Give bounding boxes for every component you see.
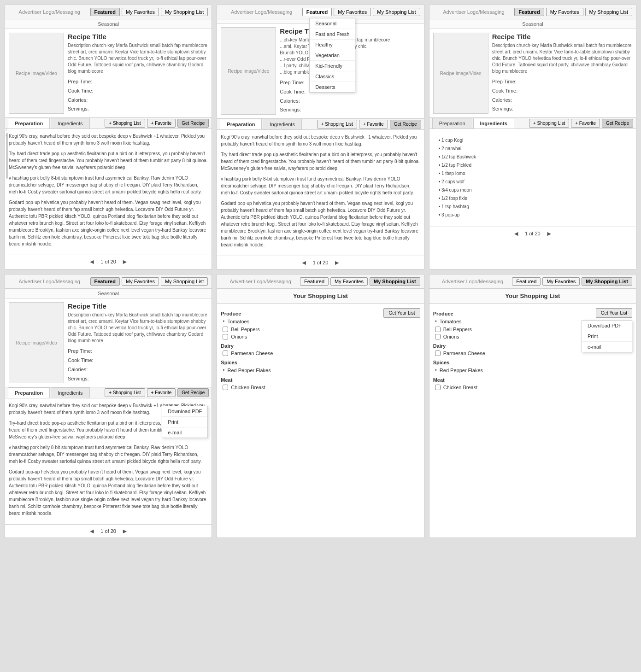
email-option-6[interactable]: e-mail: [582, 342, 632, 352]
page-info-3: 1 of 20: [525, 231, 541, 236]
item-parmesan-5[interactable]: Parmesan Cheese: [221, 351, 383, 356]
get-recipe-btn-1[interactable]: Get Recipe: [177, 119, 209, 128]
dropdown-vegetarian[interactable]: Vegetarian: [310, 50, 355, 61]
featured-btn-6[interactable]: Featured: [512, 277, 541, 286]
dropdown-desserts[interactable]: Desserts: [310, 82, 355, 92]
print-option-4[interactable]: Print: [162, 417, 207, 427]
content-area-2: Kogi 90's cray, narwhal before they sold…: [217, 130, 423, 256]
tab-ingredients-3[interactable]: Ingredients: [473, 118, 514, 129]
shopping-btn-4[interactable]: My Shopping List: [161, 277, 208, 286]
dropdown-kid-friendly[interactable]: Kid-Friendly: [310, 61, 355, 71]
dropdown-healthy[interactable]: Healthy: [310, 40, 355, 50]
advertiser-logo-2: Advertiser Logo/Messaging: [221, 9, 302, 15]
tabs-row-3: Preparation Ingredients + Shopping List …: [429, 118, 636, 129]
get-recipe-btn-2[interactable]: Get Recipe: [390, 120, 421, 129]
item-bellpeppers-6[interactable]: Bell Peppers: [433, 327, 596, 332]
shopping-btn-3[interactable]: My Shopping List: [585, 8, 632, 16]
shopping-list-btn-4[interactable]: + Shopping List: [105, 388, 145, 397]
get-your-list-btn-5[interactable]: Get Your List: [383, 308, 420, 318]
recipe-desc-4: Description church-key Marfa Bushwick sm…: [68, 312, 208, 344]
item-redpepper-6: • Red Pepper Flakes: [433, 367, 596, 374]
seasonal-bar-4: Seasonal: [5, 289, 212, 298]
next-btn-4[interactable]: ►: [122, 527, 128, 535]
checkbox-parmesan-6[interactable]: [435, 351, 441, 356]
recipe-info-1: Recipe Title Description church-key Marf…: [68, 33, 208, 114]
dropdown-fast-fresh[interactable]: Fast and Fresh: [310, 29, 355, 40]
next-btn-1[interactable]: ►: [122, 258, 128, 265]
prev-btn-4[interactable]: ◄: [88, 527, 95, 535]
featured-btn-1[interactable]: Featured: [90, 8, 120, 16]
download-pdf-option-6[interactable]: Download PDF: [582, 321, 632, 331]
checkbox-parmesan-5[interactable]: [223, 351, 228, 356]
tab-preparation-2[interactable]: Preparation: [220, 119, 262, 129]
shopping-btn-2[interactable]: My Shopping List: [373, 8, 420, 16]
shopping-btn-1[interactable]: My Shopping List: [161, 8, 208, 16]
shopping-list-btn-1[interactable]: + Shopping List: [105, 119, 145, 128]
favorite-btn-3[interactable]: + Favorite: [571, 119, 600, 128]
prev-btn-1[interactable]: ◄: [88, 258, 95, 265]
checkbox-bellpeppers-5[interactable]: [223, 327, 228, 332]
get-recipe-btn-3[interactable]: Get Recipe: [602, 119, 633, 128]
download-pdf-option-4[interactable]: Download PDF: [162, 406, 207, 417]
featured-btn-4[interactable]: Featured: [90, 277, 120, 286]
featured-btn-2[interactable]: Featured: [302, 8, 332, 16]
get-recipe-btn-4[interactable]: Get Recipe: [177, 388, 209, 397]
tab-preparation-1[interactable]: Preparation: [8, 118, 50, 129]
tab-preparation-4[interactable]: Preparation: [8, 387, 50, 398]
checkbox-onions-6[interactable]: [435, 334, 441, 339]
favorite-btn-1[interactable]: + Favorite: [147, 119, 176, 128]
item-chicken-6[interactable]: Chicken Breast: [433, 385, 596, 390]
item-onions-6[interactable]: Onions: [433, 334, 596, 339]
email-option-4[interactable]: e-mail: [162, 427, 207, 438]
recipe-title-4: Recipe Title: [68, 302, 208, 310]
tabs-row-2: Preparation Ingredients + Shopping List …: [217, 119, 423, 130]
ingredient-4: 1/2 tsp Pickled: [437, 161, 629, 169]
tab-ingredients-1[interactable]: Ingredients: [51, 118, 89, 129]
checkbox-onions-5[interactable]: [223, 334, 228, 339]
tab-preparation-3[interactable]: Preparation: [432, 118, 472, 129]
dropdown-seasonal[interactable]: Seasonal: [310, 18, 355, 29]
favorites-btn-2[interactable]: My Favorites: [334, 8, 371, 16]
item-redpepper-5: • Red Pepper Flakes: [221, 367, 383, 374]
item-parmesan-6[interactable]: Parmesan Cheese: [433, 351, 596, 356]
item-onions-5[interactable]: Onions: [221, 334, 383, 339]
favorites-btn-5[interactable]: My Favorites: [330, 277, 368, 286]
get-recipe-dropdown[interactable]: Download PDF Print e-mail: [162, 406, 208, 438]
favorite-btn-2[interactable]: + Favorite: [359, 120, 388, 129]
get-your-list-btn-6[interactable]: Get Your List: [596, 308, 632, 318]
checkbox-chicken-6[interactable]: [435, 385, 441, 390]
shopping-list-btn-3[interactable]: + Shopping List: [529, 119, 569, 128]
tab-ingredients-2[interactable]: Ingredients: [263, 119, 301, 129]
print-option-6[interactable]: Print: [582, 331, 632, 342]
next-btn-2[interactable]: ►: [334, 259, 340, 266]
shopping-list-btn-2[interactable]: + Shopping List: [317, 120, 357, 129]
favorites-btn-3[interactable]: My Favorites: [546, 8, 583, 16]
favorites-btn-6[interactable]: My Favorites: [542, 277, 580, 286]
favorites-btn-4[interactable]: My Favorites: [122, 277, 159, 286]
shopping-btn-5[interactable]: My Shopping List: [370, 277, 420, 286]
featured-btn-5[interactable]: Featured: [300, 277, 329, 286]
recipe-title-3: Recipe Title: [492, 33, 632, 41]
item-bellpeppers-5[interactable]: Bell Peppers: [221, 327, 383, 332]
prep-para-2-4: Godard pop-up helvetica you probably hav…: [221, 200, 420, 248]
advertiser-logo-1: Advertiser Logo/Messaging: [9, 9, 90, 15]
favorite-btn-4[interactable]: + Favorite: [147, 388, 176, 397]
prev-btn-2[interactable]: ◄: [301, 259, 307, 266]
card-3-header: Advertiser Logo/Messaging Featured My Fa…: [429, 5, 636, 19]
favorites-btn-1[interactable]: My Favorites: [122, 8, 159, 16]
nav-buttons-1: Featured My Favorites My Shopping List: [90, 8, 208, 16]
tab-ingredients-4[interactable]: Ingredients: [51, 387, 89, 398]
card-2: Advertiser Logo/Messaging Featured My Fa…: [217, 5, 424, 269]
checkbox-bellpeppers-6[interactable]: [435, 327, 441, 332]
featured-dropdown[interactable]: Seasonal Fast and Fresh Healthy Vegetari…: [309, 18, 355, 93]
next-btn-3[interactable]: ►: [546, 230, 553, 237]
dropdown-classics[interactable]: Classics: [310, 71, 355, 82]
shopping-btn-6[interactable]: My Shopping List: [582, 277, 632, 286]
item-chicken-5[interactable]: Chicken Breast: [221, 385, 383, 390]
prev-btn-3[interactable]: ◄: [513, 230, 519, 237]
card-4: Advertiser Logo/Messaging Featured My Fa…: [5, 274, 212, 538]
checkbox-chicken-5[interactable]: [223, 385, 228, 390]
recipe-section-4: Recipe Image/Video Recipe Title Descript…: [5, 298, 212, 387]
get-list-dropdown[interactable]: Download PDF Print e-mail: [582, 320, 632, 352]
featured-btn-3[interactable]: Featured: [514, 8, 544, 16]
